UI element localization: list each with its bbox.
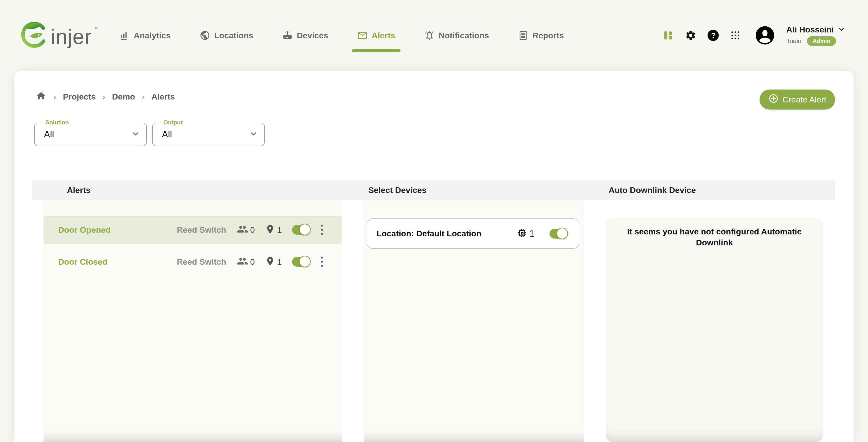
users-icon [237,224,248,236]
user-menu[interactable]: Ali Hosseini Touio Admin [786,25,845,46]
alert-options-kebab-icon[interactable] [319,254,325,269]
output-select[interactable]: Output All [152,123,265,146]
ginjer-logo[interactable]: injer ™ [18,19,98,52]
alert-row-door-opened[interactable]: Door Opened Reed Switch 0 1 [43,216,342,244]
device-count-metric: 1 [517,228,534,240]
alert-users-count: 0 [250,225,255,235]
help-icon[interactable]: ? [708,30,719,41]
breadcrumb-projects[interactable]: Projects [63,92,96,101]
tab-label: Alerts [372,31,395,40]
alert-locations-metric: 1 [265,256,282,267]
solution-select[interactable]: Solution All [34,123,147,146]
content-card: › Projects › Demo › Alerts Create Alert … [14,71,854,442]
auto-downlink-column-header: Auto Downlink Device [609,180,696,200]
users-icon [237,256,248,268]
location-pin-icon [265,256,275,267]
alert-users-metric: 0 [237,256,255,268]
bar-chart-icon [119,30,130,41]
home-icon[interactable] [35,90,46,103]
user-name: Ali Hosseini [786,25,834,34]
breadcrumb-separator: › [54,92,56,101]
chevron-down-icon [131,130,140,139]
select-devices-column: Location: Default Location 1 [364,200,584,442]
alert-enabled-toggle[interactable] [292,257,309,267]
tab-analytics[interactable]: Analytics [119,30,171,41]
device-location-card[interactable]: Location: Default Location 1 [367,218,579,249]
alert-row-door-closed[interactable]: Door Closed Reed Switch 0 1 [43,248,342,276]
location-pin-icon [265,224,275,235]
role-badge: Admin [807,36,836,46]
tab-locations[interactable]: Locations [199,30,253,41]
logo-wordmark: injer [51,26,92,47]
globe-icon [199,30,210,41]
alert-users-count: 0 [250,257,255,267]
bell-icon [424,30,435,41]
device-location-label: Location: Default Location [377,229,517,238]
trademark-symbol: ™ [93,26,98,32]
alerts-column: Door Opened Reed Switch 0 1 [43,200,342,442]
settings-gear-icon[interactable] [685,30,696,41]
solution-select-value: All [44,129,54,139]
auto-downlink-column: It seems you have not configured Automat… [606,200,823,442]
select-devices-column-header: Select Devices [368,180,427,200]
chevron-down-icon [837,25,845,34]
tab-notifications[interactable]: Notifications [424,30,489,41]
report-document-icon [518,30,529,41]
avatar[interactable] [755,25,775,45]
router-icon [282,30,293,41]
solution-select-label: Solution [42,119,72,126]
device-enabled-toggle[interactable] [550,229,567,239]
breadcrumb-demo[interactable]: Demo [112,92,135,101]
alert-name: Door Closed [58,257,177,267]
toggle-knob [556,228,568,239]
tab-devices[interactable]: Devices [282,30,328,41]
chip-icon [517,228,528,240]
tab-label: Devices [297,31,328,40]
top-bar: injer ™ Analytics Locations [0,0,868,71]
alert-enabled-toggle[interactable] [292,225,309,235]
tab-label: Notifications [439,31,489,40]
auto-downlink-empty-message: It seems you have not configured Automat… [612,226,817,248]
create-alert-button[interactable]: Create Alert [760,90,835,109]
output-select-label: Output [160,119,186,126]
toggle-knob [299,256,311,267]
alert-options-kebab-icon[interactable] [319,223,325,237]
tab-label: Locations [214,31,253,40]
output-select-value: All [162,129,172,139]
alert-locations-metric: 1 [265,224,282,235]
breadcrumb-alerts[interactable]: Alerts [151,92,175,101]
mail-icon [357,30,368,41]
device-count-value: 1 [529,229,534,239]
breadcrumb: › Projects › Demo › Alerts [35,90,175,103]
alert-sensor-type: Reed Switch [177,225,226,235]
tab-alerts[interactable]: Alerts [357,30,395,41]
top-right-cluster: ? Ali Hosseini [662,25,845,46]
create-alert-label: Create Alert [782,95,827,104]
ginjer-logo-mark-icon [18,19,50,52]
alert-sensor-type: Reed Switch [177,257,226,267]
tab-reports[interactable]: Reports [518,30,564,41]
auto-downlink-card: It seems you have not configured Automat… [606,218,823,442]
user-org: Touio [786,37,801,45]
tab-label: Analytics [134,31,171,40]
main-nav: Analytics Locations [119,0,564,71]
alerts-column-header: Alerts [67,180,90,200]
active-tab-underline [352,49,401,52]
alert-locations-count: 1 [277,225,282,235]
alert-name: Door Opened [58,225,177,235]
chevron-down-icon [249,130,258,139]
tab-label: Reports [532,31,564,40]
alert-users-metric: 0 [237,224,255,236]
breadcrumb-separator: › [102,92,105,101]
toggle-knob [299,224,311,235]
alert-locations-count: 1 [277,257,282,267]
breadcrumb-separator: › [142,92,145,101]
dashboard-widgets-icon[interactable] [662,30,674,41]
column-header-strip: Alerts Select Devices Auto Downlink Devi… [32,180,835,200]
plus-circle-icon [768,94,779,106]
apps-grid-icon[interactable] [730,30,741,41]
